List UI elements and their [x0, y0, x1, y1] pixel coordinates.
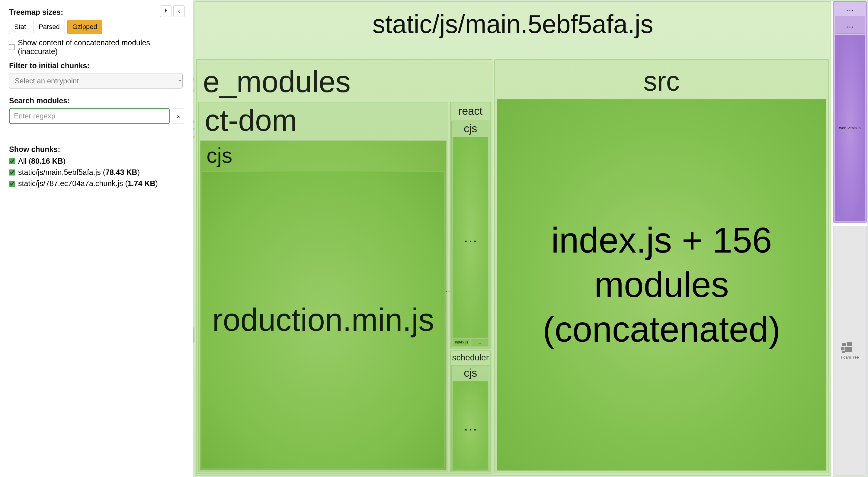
treemap-src[interactable]: src index.js + 156 modules (concatenated… [494, 59, 829, 473]
chunk-row-main[interactable]: static/js/main.5ebf5afa.js (78.43 KB) [9, 168, 184, 177]
treemap-prod-min[interactable]: roduction.min.js [202, 171, 445, 469]
index-modules-title: index.js + 156 modules (concatenated) [497, 218, 826, 352]
show-concat-checkbox[interactable] [9, 44, 15, 50]
treemap-main-bundle[interactable]: static/js/main.5ebf5afa.js e_modules ct-… [194, 1, 831, 476]
main-bundle-title: static/js/main.5ebf5afa.js [195, 2, 831, 42]
chunk-row-787[interactable]: static/js/787.ec704a7a.chunk.js (1.74 KB… [9, 179, 184, 188]
react-dots[interactable]: … [453, 137, 488, 338]
foamtree-icon [841, 342, 853, 354]
foamtree-attribution[interactable]: FoamTree [833, 226, 867, 476]
treemap[interactable]: node_modules react-dom react-dom.product… [193, 0, 868, 477]
show-chunks-label: Show chunks: [9, 145, 184, 154]
treemap-react-cjs[interactable]: cjs … index.js … [452, 121, 489, 348]
chunk-787-web-vitals[interactable]: web-vitals.js [835, 35, 865, 221]
chunk-list: All (80.16 KB) static/js/main.5ebf5afa.j… [9, 157, 184, 188]
pin-icon [163, 8, 168, 14]
treemap-sizes-label: Treemap sizes: [9, 8, 184, 17]
clear-search-button[interactable]: x [173, 108, 184, 124]
chunk-787-title: … [834, 2, 866, 15]
scheduler-title: scheduler [451, 351, 490, 364]
treemap-react-dom[interactable]: ct-dom cjs roduction.min.js … [198, 102, 448, 472]
chunk-checkbox[interactable] [9, 170, 15, 176]
filter-chunks-label: Filter to initial chunks: [9, 61, 184, 70]
react-dom-title: ct-dom [199, 102, 448, 139]
scheduler-dots[interactable]: … [453, 381, 488, 470]
prod-min-title: roduction.min.js [212, 302, 434, 338]
foamtree-label: FoamTree [841, 355, 859, 359]
treemap-index-modules[interactable]: index.js + 156 modules (concatenated) [497, 99, 826, 471]
cjs-title: cjs [200, 141, 446, 170]
size-gzipped-button[interactable]: Gzipped [67, 20, 102, 34]
col-dots: … [445, 287, 451, 293]
sidebar: ‹ Treemap sizes: Stat Parsed Gzipped Sho… [0, 0, 193, 477]
chevron-left-icon: ‹ [178, 8, 180, 14]
treemap-scheduler-cjs[interactable]: cjs … [452, 365, 489, 471]
react-tiny-index[interactable]: index.js [453, 339, 470, 346]
collapse-button[interactable]: ‹ [173, 5, 185, 17]
size-parsed-button[interactable]: Parsed [33, 20, 65, 34]
show-concat-label: Show content of concatenated modules (in… [18, 38, 184, 56]
node-modules-title: e_modules [197, 60, 492, 100]
src-title: src [495, 60, 828, 97]
scheduler-cjs-title: cjs [452, 365, 489, 381]
react-tiny-dots[interactable]: … [471, 339, 488, 346]
search-input[interactable] [9, 108, 170, 124]
treemap-chunk-787[interactable]: … … web-vitals.js [833, 1, 867, 222]
show-concat-row[interactable]: Show content of concatenated modules (in… [9, 38, 184, 56]
entrypoint-select[interactable]: Select an entrypoint [9, 73, 183, 89]
treemap-react[interactable]: react cjs … index.js … [450, 102, 491, 349]
pin-button[interactable] [160, 5, 172, 17]
treemap-node-modules[interactable]: e_modules ct-dom cjs roduction.min.js [196, 59, 492, 474]
treemap-react-dom-cjs[interactable]: cjs roduction.min.js [200, 141, 446, 470]
react-title: react [451, 102, 490, 120]
treemap-scheduler[interactable]: scheduler cjs … [450, 351, 491, 472]
chunk-787-sub[interactable]: … [835, 16, 865, 34]
react-cjs-title: cjs [452, 121, 489, 136]
search-modules-label: Search modules: [9, 96, 184, 105]
chunk-checkbox[interactable] [9, 158, 15, 164]
chunk-checkbox[interactable] [9, 181, 15, 187]
size-stat-button[interactable]: Stat [9, 20, 31, 34]
chunk-row-all[interactable]: All (80.16 KB) [9, 157, 184, 166]
